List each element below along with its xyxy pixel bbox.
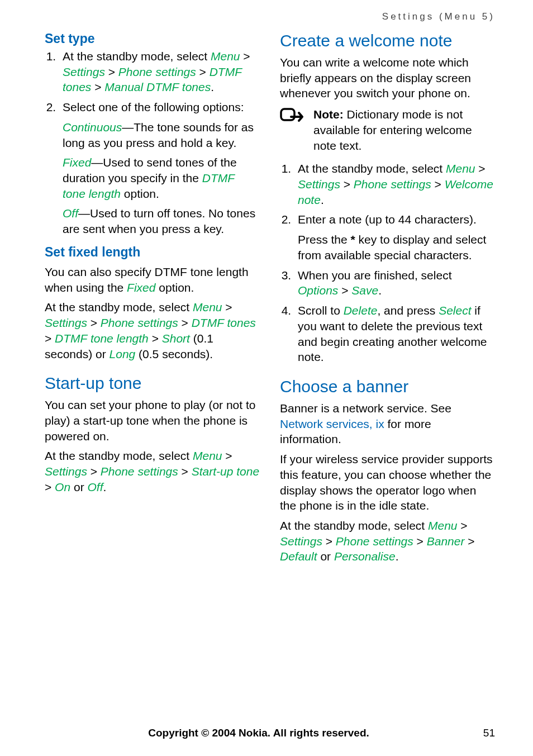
text-tail: . [396, 550, 399, 563]
page-number: 51 [473, 727, 495, 739]
page: Settings (Menu 5) Set type At the standb… [0, 0, 533, 756]
heading-set-type: Set type [45, 31, 260, 46]
menu-path-item: Menu [211, 50, 240, 63]
text-or: or [317, 550, 334, 563]
text: At the standby mode, select [280, 519, 428, 532]
term: Fixed [127, 281, 155, 294]
option-body-tail: option. [121, 187, 159, 200]
menu-path-item: Phone settings [118, 65, 196, 78]
welcome-step-3: When you are finished, select Options > … [294, 268, 495, 298]
banner-paragraph-3: At the standby mode, select Menu > Setti… [280, 518, 495, 564]
option-off: Off—Used to turn off tones. No tones are… [63, 206, 260, 236]
term-off: Off [87, 481, 103, 493]
banner-paragraph-2: If your wireless service provider suppor… [280, 451, 495, 513]
menu-path-item: Settings [45, 465, 87, 478]
copyright-text: Copyright © 2004 Nokia. All rights reser… [45, 727, 473, 739]
set-type-list: At the standby mode, select Menu > Setti… [45, 49, 260, 115]
text: At the standby mode, select [45, 449, 193, 462]
banner-paragraph-1: Banner is a network service. See Network… [280, 401, 495, 447]
menu-path-item: DTMF tones [192, 316, 256, 329]
option-term: Continuous [63, 121, 122, 134]
term-select: Select [439, 304, 471, 317]
menu-path-item: Start-up tone [192, 465, 259, 478]
term-long: Long [110, 348, 136, 360]
welcome-step-1: At the standby mode, select Menu > Setti… [294, 161, 495, 207]
heading-set-fixed-length: Set fixed length [45, 245, 260, 260]
note-label: Note: [313, 108, 344, 121]
running-header: Settings (Menu 5) [45, 11, 495, 22]
option-continuous: Continuous—The tone sounds for as long a… [63, 120, 260, 150]
fixed-paragraph-2: At the standby mode, select Menu > Setti… [45, 299, 260, 362]
menu-path-item: Short [162, 332, 190, 345]
fixed-paragraph-1: You can also specify DTMF tone length wh… [45, 264, 260, 295]
page-footer: Copyright © 2004 Nokia. All rights reser… [45, 727, 495, 739]
step2-text: Select one of the following options: [63, 101, 244, 113]
menu-path-item: Menu [446, 162, 475, 175]
startup-paragraph-2: At the standby mode, select Menu > Setti… [45, 448, 260, 495]
text-tail: . [103, 481, 106, 493]
text: , and press [377, 304, 439, 317]
text: (0.5 seconds). [135, 348, 213, 360]
text: Scroll to [298, 304, 344, 317]
menu-path-item: Menu [428, 519, 458, 532]
note-icon [280, 107, 304, 129]
step1-text: At the standby mode, select [63, 50, 211, 63]
menu-path-item: Manual DTMF tones [104, 80, 211, 93]
text: option. [155, 281, 194, 294]
option-body: —Used to turn off tones. No tones are se… [63, 207, 255, 235]
note-text: Note: Dictionary mode is not available f… [313, 107, 495, 153]
note-callout: Note: Dictionary mode is not available f… [280, 107, 495, 153]
term-delete: Delete [344, 304, 378, 317]
welcome-step-4: Scroll to Delete, and press Select if yo… [294, 303, 495, 365]
menu-path-item: DTMF tone length [55, 332, 149, 345]
menu-path-item: Settings [63, 65, 105, 78]
menu-path-item: Phone settings [101, 465, 178, 478]
text: Enter a note (up to 44 characters). [298, 213, 477, 226]
startup-paragraph-1: You can set your phone to play (or not t… [45, 397, 260, 444]
menu-path-item: Settings [298, 178, 340, 191]
welcome-paragraph-1: You can write a welcome note which brief… [280, 55, 495, 101]
term-personalise: Personalise [334, 550, 396, 563]
menu-path-item: Phone settings [354, 178, 431, 191]
menu-path-item: Menu [193, 449, 222, 462]
heading-start-up-tone: Start-up tone [45, 374, 260, 393]
left-column: Set type At the standby mode, select Men… [45, 28, 260, 569]
set-type-step-2: Select one of the following options: [59, 99, 260, 115]
menu-path-item: Phone settings [101, 316, 178, 329]
text: Press the [298, 233, 351, 246]
heading-create-welcome-note: Create a welcome note [280, 31, 495, 50]
right-column: Create a welcome note You can write a we… [280, 28, 495, 569]
term-default: Default [280, 550, 317, 563]
text: At the standby mode, select [45, 301, 193, 313]
content-columns: Set type At the standby mode, select Men… [45, 28, 495, 569]
heading-choose-banner: Choose a banner [280, 377, 495, 396]
option-fixed: Fixed—Used to send tones of the duration… [63, 155, 260, 201]
link-network-services[interactable]: Network services, ix [280, 417, 384, 430]
text: When you are finished, select [298, 269, 451, 282]
term-on: On [55, 481, 70, 493]
text: Banner is a network service. See [280, 402, 451, 415]
term-options: Options [298, 284, 338, 297]
menu-path-item: Menu [193, 301, 222, 313]
welcome-step-2: Enter a note (up to 44 characters). Pres… [294, 212, 495, 263]
menu-path-item: Settings [280, 535, 322, 548]
welcome-steps: At the standby mode, select Menu > Setti… [280, 161, 495, 365]
welcome-step-2-sub: Press the * key to display and select fr… [298, 232, 495, 263]
svg-rect-0 [281, 109, 294, 120]
term-save: Save [351, 284, 378, 297]
set-type-step-1: At the standby mode, select Menu > Setti… [59, 49, 260, 95]
menu-path-item: Settings [45, 316, 87, 329]
menu-path-item: Banner [427, 535, 465, 548]
menu-path-item: Phone settings [336, 535, 413, 548]
text: At the standby mode, select [298, 162, 446, 175]
star-key: * [351, 233, 355, 246]
option-term: Fixed [63, 156, 91, 169]
option-term: Off [63, 207, 78, 220]
text: . [378, 284, 382, 297]
text-or: or [70, 481, 87, 493]
